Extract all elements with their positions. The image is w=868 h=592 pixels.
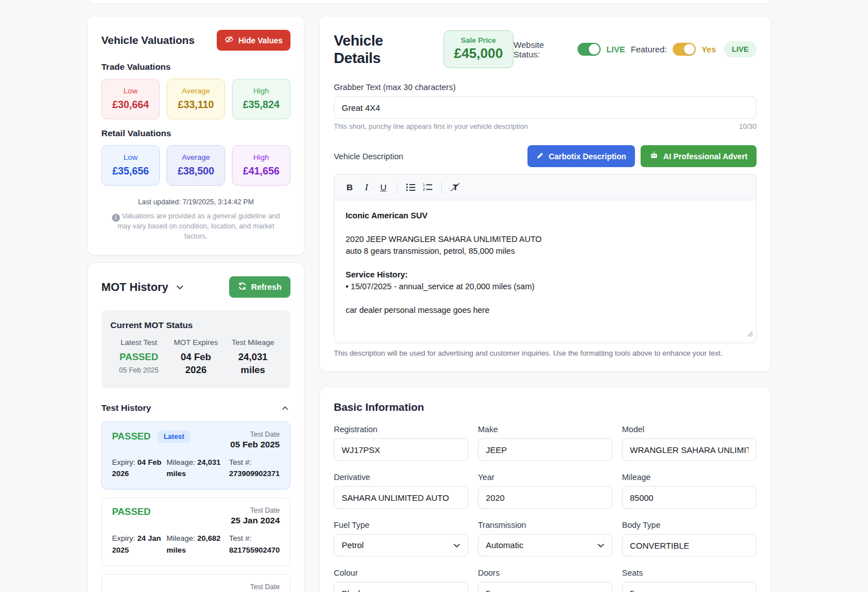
expiry-label: Expiry: bbox=[112, 458, 135, 467]
transmission-label: Transmission bbox=[478, 521, 612, 530]
clear-formatting-button[interactable]: T bbox=[447, 180, 464, 195]
field-colour: Colour bbox=[334, 568, 468, 592]
vehicle-management-page: Vehicle Valuations Hide Values Trade Val… bbox=[0, 0, 868, 592]
valuations-last-updated: Last updated: 7/19/2025, 3:14:42 PM bbox=[101, 198, 290, 206]
registration-input[interactable] bbox=[334, 438, 468, 461]
description-heading: Iconic American SUV bbox=[346, 210, 745, 222]
description-text-area[interactable]: Iconic American SUV 2020 JEEP WRANGLER S… bbox=[334, 200, 756, 343]
test-date-label: Test Date bbox=[230, 430, 280, 438]
test-date-label: Test Date bbox=[231, 506, 280, 514]
ai-professional-advert-button[interactable]: AI Professional Advert bbox=[641, 145, 757, 167]
retail-low-label: Low bbox=[104, 153, 157, 162]
retail-low-box: Low £35,656 bbox=[101, 145, 160, 186]
model-input[interactable] bbox=[622, 438, 757, 461]
derivative-input[interactable] bbox=[334, 486, 468, 509]
grabber-helper-text: This short, punchy line appears first in… bbox=[334, 123, 528, 131]
test-mileage: Mileage: 24,031 miles bbox=[167, 457, 229, 480]
test-history-row: PASSED Test Date 25 Jan 2024 Expiry: 24 … bbox=[101, 497, 290, 566]
latest-badge: Latest bbox=[158, 430, 191, 443]
live-status-badge: LIVE bbox=[724, 41, 757, 57]
mileage-input[interactable] bbox=[622, 486, 757, 509]
mot-expires-column: MOT Expires 04 Feb 2026 bbox=[167, 338, 224, 377]
test-mileage-value: 24,031 miles bbox=[227, 351, 279, 377]
featured-toggle[interactable] bbox=[673, 43, 696, 56]
description-service-history: Service History: • 15/07/2025 - annual_s… bbox=[346, 269, 745, 293]
service-history-item: • 15/07/2025 - annual_service at 20,000 … bbox=[346, 281, 745, 293]
description-helper-text: This description will be used for advert… bbox=[334, 349, 757, 357]
retail-low-value: £35,656 bbox=[104, 165, 157, 177]
fuel-type-select[interactable]: Petrol bbox=[334, 534, 468, 557]
description-editor: B I U 12 T Iconic American SUV bbox=[334, 174, 757, 343]
mot-collapse-chevron-down-icon[interactable] bbox=[174, 281, 186, 293]
hide-values-button[interactable]: Hide Values bbox=[217, 30, 290, 51]
sale-price-box: Sale Price £45,000 bbox=[444, 30, 514, 68]
colour-input[interactable] bbox=[334, 582, 468, 592]
make-label: Make bbox=[478, 425, 612, 434]
test-date-label: Test Date bbox=[250, 583, 280, 591]
carbotix-description-label: Carbotix Description bbox=[549, 152, 627, 161]
test-number: Test #: 273909902371 bbox=[229, 457, 280, 480]
retail-high-box: High £41,656 bbox=[232, 145, 290, 186]
basic-information-card: Basic Information Registration Make Mode… bbox=[319, 387, 771, 592]
field-model: Model bbox=[622, 425, 757, 461]
mot-expires-label: MOT Expires bbox=[167, 338, 224, 347]
field-year: Year bbox=[478, 473, 612, 509]
svg-text:2: 2 bbox=[423, 187, 425, 191]
eye-off-icon bbox=[225, 35, 234, 46]
year-label: Year bbox=[478, 473, 612, 482]
trade-low-box: Low £30,664 bbox=[101, 79, 160, 119]
trade-average-label: Average bbox=[169, 87, 222, 95]
bullet-list-button[interactable] bbox=[402, 180, 419, 195]
trade-high-value: £35,824 bbox=[235, 99, 288, 111]
transmission-value: Automatic bbox=[486, 535, 524, 556]
test-history-chevron-up-icon[interactable] bbox=[280, 403, 290, 414]
info-icon bbox=[112, 214, 120, 222]
trade-valuations-heading: Trade Valuations bbox=[101, 62, 290, 72]
seats-input[interactable] bbox=[622, 582, 757, 592]
test-mileage-column: Test Mileage 24,031 miles bbox=[225, 338, 281, 377]
seats-label: Seats bbox=[622, 568, 757, 577]
body-type-input[interactable] bbox=[622, 534, 757, 557]
header-card-bottom-edge bbox=[87, 0, 771, 4]
test-expiry: Expiry: 24 Jan 2025 bbox=[112, 533, 167, 556]
chevron-down-icon bbox=[597, 541, 605, 550]
website-status-toggle[interactable] bbox=[578, 43, 601, 56]
latest-test-label: Latest Test bbox=[110, 338, 167, 347]
fuel-type-value: Petrol bbox=[342, 535, 364, 556]
trade-average-box: Average £33,110 bbox=[167, 79, 225, 119]
test-history-row: Test Date bbox=[101, 574, 290, 592]
doors-input[interactable] bbox=[478, 582, 612, 592]
field-make: Make bbox=[478, 425, 612, 461]
valuations-title: Vehicle Valuations bbox=[101, 34, 195, 47]
test-mileage: Mileage: 20,682 miles bbox=[167, 533, 229, 556]
test-status: PASSED bbox=[112, 431, 151, 442]
clear-formatting-icon: T bbox=[453, 182, 458, 192]
test-expiry: Expiry: 04 Feb 2026 bbox=[112, 457, 167, 480]
resize-handle[interactable] bbox=[747, 329, 753, 340]
make-input[interactable] bbox=[478, 438, 612, 461]
carbotix-description-button[interactable]: Carbotix Description bbox=[527, 145, 636, 167]
retail-valuations-heading: Retail Valuations bbox=[101, 128, 290, 138]
description-line: 2020 JEEP WRANGLER SAHARA UNLIMITED AUTO bbox=[346, 234, 745, 245]
numbered-list-button[interactable]: 12 bbox=[419, 180, 436, 195]
underline-button[interactable]: U bbox=[375, 180, 392, 195]
bold-button[interactable]: B bbox=[341, 180, 358, 195]
valuations-disclaimer: Valuations are provided as a general gui… bbox=[109, 212, 283, 241]
body-type-label: Body Type bbox=[622, 521, 757, 530]
grabber-text-input[interactable] bbox=[334, 96, 757, 119]
refresh-button[interactable]: Refresh bbox=[229, 276, 290, 298]
test-status: PASSED bbox=[112, 506, 151, 518]
grabber-text-label: Grabber Text (max 30 characters) bbox=[334, 83, 757, 92]
fuel-type-label: Fuel Type bbox=[334, 521, 468, 530]
svg-text:1: 1 bbox=[423, 183, 425, 187]
italic-button[interactable]: I bbox=[358, 180, 375, 195]
toggle-knob bbox=[684, 44, 695, 55]
latest-test-date: 05 Feb 2025 bbox=[110, 366, 167, 374]
formatting-toolbar: B I U 12 T bbox=[334, 174, 756, 200]
vehicle-details-title: Vehicle Details bbox=[334, 32, 433, 67]
transmission-select[interactable]: Automatic bbox=[478, 534, 612, 557]
field-body-type: Body Type bbox=[622, 521, 757, 557]
ai-advert-label: AI Professional Advert bbox=[663, 152, 748, 161]
test-history-row: PASSED Latest Test Date 05 Feb 2025 Expi… bbox=[101, 421, 290, 490]
year-input[interactable] bbox=[478, 486, 612, 509]
